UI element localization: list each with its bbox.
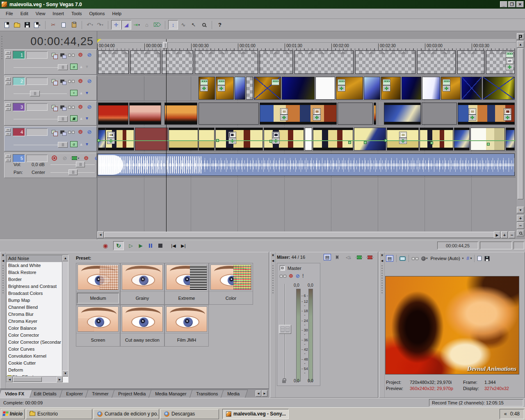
track-number[interactable]: 1 [13,51,25,59]
clip[interactable] [458,103,515,125]
menu-item[interactable]: Tools [68,10,85,17]
fx-list-item[interactable]: Color Corrector (Secondar [7,339,62,346]
fader-knob[interactable] [279,325,291,334]
pan-crop-icon[interactable] [504,109,511,114]
dock-tab[interactable]: Media Manager [148,390,195,398]
solo-button[interactable]: ! [302,273,304,279]
track-maximize-button[interactable]: ▭ [5,107,11,111]
track-number[interactable]: 4 [13,128,25,136]
pan-crop-icon[interactable] [107,132,114,137]
automation-settings-icon[interactable]: ⚙ [77,51,84,58]
restore-button[interactable]: ❐ [508,1,516,7]
track-motion-icon[interactable] [50,51,57,58]
pause-button[interactable] [145,241,156,250]
timeline-start-marker[interactable] [97,39,101,43]
event-fx-icon[interactable] [506,64,513,70]
clip[interactable] [420,128,453,151]
track-minimize-button[interactable]: ▭ [5,103,11,107]
transport-time-display[interactable]: 00:00:44,25 [437,242,478,249]
mixer-properties-icon[interactable]: ▤ [324,254,331,260]
clip[interactable] [260,103,337,125]
compositing-mode-icon[interactable]: α [70,64,78,70]
track-5-lane[interactable] [97,153,516,178]
make-parent-icon[interactable]: ▲ [79,64,83,69]
preset-card[interactable]: Film JMH [164,305,209,347]
marker-bar[interactable] [97,39,516,43]
open-button[interactable] [12,20,22,30]
whats-this-help-button[interactable]: ? [215,20,225,30]
insert-fx-icon[interactable] [366,254,374,260]
clip[interactable] [282,77,315,100]
generated-media-icon[interactable] [218,80,225,85]
clip[interactable] [483,77,515,100]
redo-button[interactable]: ↷▾ [95,20,105,30]
track-maximize-button[interactable]: ▭ [5,132,11,136]
close-panel-icon[interactable]: ✕ [1,253,5,258]
track-number[interactable]: 2 [13,77,25,85]
fx-list-item[interactable]: Chroma Keyer [7,318,62,325]
split-screen-icon[interactable] [412,257,418,260]
normal-edit-tool-button[interactable]: ↕ [168,20,178,30]
event-fx-icon[interactable] [201,86,208,91]
clip[interactable] [422,77,440,100]
tabs-scroll-right-button[interactable]: ► [262,390,267,397]
fx-list-item[interactable]: Cookie Cutter [7,360,62,367]
fx-list-item[interactable]: Border [7,276,62,283]
close-panel-icon[interactable]: ✕ [380,253,384,258]
copy-snapshot-icon[interactable] [477,256,482,261]
clip[interactable] [461,77,482,100]
event-fx-icon[interactable] [443,86,450,91]
track-header-1[interactable]: ▭▭ 1 ⚙ ⊘ ! α ▲ ▼ [4,49,97,75]
master-checkbox[interactable] [280,265,285,271]
menu-item[interactable]: Help [109,10,125,17]
preview-quality-icon[interactable]: ▾ [421,256,428,261]
clip[interactable] [199,103,259,125]
undo-button[interactable]: ↶▾ [85,20,95,30]
clip[interactable] [422,103,457,125]
automation-settings-icon[interactable]: ⚙ [77,128,84,135]
generated-media-icon[interactable] [201,80,208,85]
preset-card[interactable]: Color [209,263,253,305]
clip[interactable] [381,77,401,100]
save-button[interactable] [22,20,32,30]
record-arm-button[interactable] [50,155,58,162]
copy-button[interactable] [59,20,68,30]
preview-quality-select[interactable]: Preview (Auto)▾ [431,256,464,261]
make-child-icon[interactable]: ▼ [85,64,89,69]
track-fx-icon[interactable]: ▾ [72,155,79,162]
clip[interactable] [402,77,421,100]
level-slider[interactable] [14,145,67,145]
collapse-panel-icon[interactable]: ◀ [271,258,275,263]
fx-list-item[interactable]: Color Corrector [7,332,62,339]
dim-output-icon[interactable]: ◁↓ [345,254,352,260]
clip[interactable] [199,128,215,151]
pan-crop-icon[interactable] [469,109,476,114]
track-minimize-button[interactable]: ▭ [5,155,11,158]
auto-ripple-button[interactable]: ◢ [121,20,131,30]
scroll-up-button[interactable]: ▲ [517,41,524,48]
clip[interactable] [338,103,373,125]
go-to-end-button[interactable]: ▶| [178,241,189,250]
compositing-mode-icon[interactable]: ▣ [70,115,78,121]
fx-list-item[interactable]: Channel Blend [7,304,62,311]
bypass-motion-blur-icon[interactable] [68,103,75,110]
scroll-right-button[interactable]: ► [57,377,63,382]
horizontal-scrollbar[interactable]: ◄ [97,231,516,238]
mute-button[interactable]: ⊘ [86,51,93,58]
pan-crop-icon[interactable] [313,109,320,114]
save-snapshot-icon[interactable] [484,256,490,261]
event-fx-icon[interactable] [338,86,345,91]
generated-media-icon[interactable] [383,80,390,85]
close-button[interactable]: ✕ [516,1,524,7]
lock-envelopes-button[interactable]: ⌂ [142,20,152,30]
fx-plugin-list[interactable]: Add NoiseBlack and WhiteBlack RestoreBor… [6,255,68,383]
track-maximize-button[interactable]: ▭ [5,82,11,85]
track-header-5-audio[interactable]: ▭▭ 5 ⊘ ▾ ⚙ ⊘ ! Vol: 0,0 dB Pan: Center [4,153,97,178]
clip[interactable] [506,128,515,151]
paste-button[interactable] [69,20,79,30]
audio-clip[interactable] [98,153,515,176]
scroll-right-button[interactable]: ► [494,231,500,238]
pan-slider[interactable] [50,172,95,173]
clip[interactable] [254,77,281,100]
clip[interactable] [129,103,161,125]
